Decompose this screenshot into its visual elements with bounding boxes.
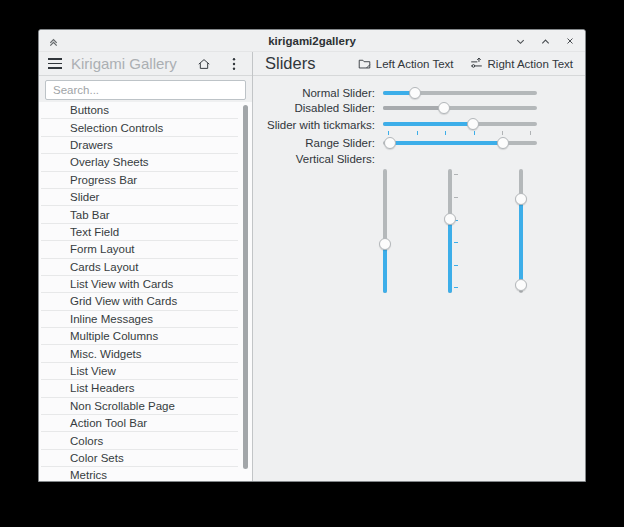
sidebar-list-item[interactable]: Form Layout — [41, 241, 238, 258]
slider-range-fill — [519, 199, 523, 285]
sidebar-list-item[interactable]: Progress Bar — [41, 172, 238, 189]
hamburger-menu-icon[interactable] — [48, 58, 62, 69]
sidebar-list-item[interactable]: Non Scrollable Page — [41, 398, 238, 415]
sidebar-item-label: Selection Controls — [70, 122, 163, 134]
sidebar-list-item[interactable]: List View with Cards — [41, 276, 238, 293]
kebab-menu-icon[interactable] — [225, 55, 243, 73]
main-pane: Sliders Left Action Text Right — [253, 52, 585, 481]
sidebar-list-item[interactable]: Overlay Sheets — [41, 154, 238, 171]
sidebar-item-label: Text Field — [70, 226, 119, 238]
app-window: kirigami2gallery Kirigami Gallery — [38, 29, 586, 482]
sidebar-item-label: Progress Bar — [70, 174, 137, 186]
maximize-button[interactable] — [538, 33, 552, 49]
slider-handle[interactable] — [467, 118, 479, 130]
left-action-button[interactable]: Left Action Text — [358, 57, 454, 70]
sidebar-list-item[interactable]: Selection Controls — [41, 119, 238, 136]
vertical-range-slider[interactable] — [515, 169, 527, 293]
normal-slider-row: Normal Slider: — [253, 85, 585, 101]
sidebar: Kirigami Gallery Search... — [39, 52, 253, 481]
tickmark-slider[interactable] — [383, 118, 537, 130]
slider-handle[interactable] — [379, 238, 391, 250]
sidebar-list-item[interactable]: Color Sets — [41, 450, 238, 467]
range-slider-high-handle[interactable] — [515, 193, 527, 205]
vertical-slider-1[interactable] — [379, 169, 391, 293]
slider-tickmarks — [383, 131, 537, 136]
sidebar-item-label: Inline Messages — [70, 313, 153, 325]
left-action-label: Left Action Text — [376, 58, 454, 70]
sidebar-item-label: Cards Layout — [70, 261, 138, 273]
adjust-sliders-icon — [470, 57, 483, 70]
sidebar-scrollbar[interactable] — [243, 105, 248, 469]
sidebar-list-item[interactable]: Action Tool Bar — [41, 415, 238, 432]
sidebar-list-item[interactable]: Inline Messages — [41, 311, 238, 328]
slider-fill — [383, 106, 444, 110]
home-icon[interactable] — [195, 55, 213, 73]
titlebar: kirigami2gallery — [39, 30, 585, 52]
sidebar-item-label: List View — [70, 365, 116, 377]
sidebar-list-item[interactable]: Tab Bar — [41, 206, 238, 223]
range-slider-low-handle[interactable] — [515, 279, 527, 291]
normal-slider-label: Normal Slider: — [253, 87, 375, 99]
range-slider[interactable] — [383, 137, 537, 149]
sidebar-item-label: Overlay Sheets — [70, 156, 149, 168]
sidebar-item-label: Misc. Widgets — [70, 348, 142, 360]
sidebar-item-label: List View with Cards — [70, 278, 173, 290]
search-input[interactable]: Search... — [45, 80, 246, 100]
range-slider-high-handle[interactable] — [497, 137, 509, 149]
sidebar-item-label: List Headers — [70, 382, 135, 394]
page-header: Sliders Left Action Text Right — [253, 52, 585, 76]
sidebar-list-item[interactable]: Buttons — [41, 102, 238, 119]
slider-handle[interactable] — [409, 87, 421, 99]
sidebar-list-item[interactable]: Misc. Widgets — [41, 345, 238, 362]
sidebar-item-label: Multiple Columns — [70, 330, 158, 342]
normal-slider[interactable] — [383, 87, 537, 99]
search-row: Search... — [39, 76, 252, 102]
sidebar-item-label: Slider — [70, 191, 99, 203]
sidebar-item-label: Form Layout — [70, 243, 135, 255]
range-slider-row: Range Slider: — [253, 135, 585, 151]
slider-handle[interactable] — [444, 213, 456, 225]
slider-fill — [448, 219, 452, 293]
sidebar-item-label: Non Scrollable Page — [70, 400, 175, 412]
sidebar-item-label: Color Sets — [70, 452, 124, 464]
sidebar-item-label: Tab Bar — [70, 209, 110, 221]
vertical-sliders-label: Vertical Sliders: — [253, 153, 375, 165]
sidebar-item-label: Colors — [70, 435, 103, 447]
sidebar-list-item[interactable]: List View — [41, 363, 238, 380]
right-action-button[interactable]: Right Action Text — [470, 57, 573, 70]
slider-range-fill — [390, 141, 502, 145]
sidebar-item-label: Action Tool Bar — [70, 417, 147, 429]
sidebar-list-item[interactable]: Slider — [41, 189, 238, 206]
sidebar-list-item[interactable]: List Headers — [41, 380, 238, 397]
page-title: Sliders — [265, 54, 315, 73]
screen-background: kirigami2gallery Kirigami Gallery — [0, 0, 624, 527]
tickmark-slider-row: Slider with tickmarks: — [253, 116, 585, 135]
sidebar-item-label: Grid View with Cards — [70, 295, 177, 307]
sidebar-item-label: Drawers — [70, 139, 113, 151]
sidebar-item-label: Metrics — [70, 469, 107, 481]
sidebar-item-label: Buttons — [70, 104, 109, 116]
range-slider-label: Range Slider: — [253, 137, 375, 149]
range-slider-low-handle[interactable] — [384, 137, 396, 149]
slider-fill — [383, 244, 387, 293]
sidebar-list-item[interactable]: Multiple Columns — [41, 328, 238, 345]
tickmark-slider-label: Slider with tickmarks: — [253, 118, 375, 131]
right-action-label: Right Action Text — [488, 58, 573, 70]
window-title: kirigami2gallery — [39, 30, 585, 52]
sidebar-list-item[interactable]: Cards Layout — [41, 259, 238, 276]
sidebar-list-item[interactable]: Text Field — [41, 224, 238, 241]
disabled-slider-label: Disabled Slider: — [253, 102, 375, 114]
disabled-slider — [383, 102, 537, 114]
sidebar-list-item[interactable]: Colors — [41, 432, 238, 449]
close-button[interactable] — [563, 33, 577, 49]
sliders-page: Normal Slider: Disabled Slider: — [253, 76, 585, 481]
sidebar-list-item[interactable]: Drawers — [41, 137, 238, 154]
app-title: Kirigami Gallery — [71, 55, 183, 72]
sidebar-list-item[interactable]: Metrics — [41, 467, 238, 481]
vertical-slider-2[interactable] — [444, 169, 456, 293]
sidebar-list-item[interactable]: Grid View with Cards — [41, 293, 238, 310]
vertical-sliders-zone — [253, 167, 585, 307]
disabled-slider-row: Disabled Slider: — [253, 101, 585, 117]
search-placeholder: Search... — [53, 84, 99, 96]
minimize-button[interactable] — [513, 33, 527, 49]
